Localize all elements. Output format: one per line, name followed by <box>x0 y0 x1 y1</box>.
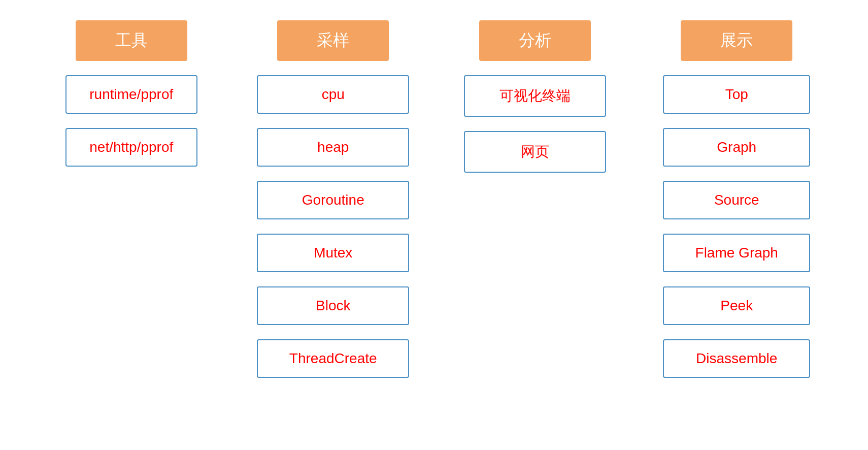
item-col-sampling-1[interactable]: heap <box>257 128 409 167</box>
item-col-display-3[interactable]: Flame Graph <box>663 234 810 272</box>
column-col-tools: 工具runtime/pprofnet/http/pprof <box>30 20 232 378</box>
item-col-tools-0[interactable]: runtime/pprof <box>65 75 197 114</box>
main-layout: 工具runtime/pprofnet/http/pprof采样cpuheapGo… <box>30 20 838 378</box>
item-col-sampling-2[interactable]: Goroutine <box>257 181 409 219</box>
item-col-display-0[interactable]: Top <box>663 75 810 114</box>
item-col-display-5[interactable]: Disassemble <box>663 339 810 378</box>
header-col-analysis: 分析 <box>479 20 591 61</box>
item-col-sampling-4[interactable]: Block <box>257 286 409 325</box>
header-col-sampling: 采样 <box>277 20 389 61</box>
header-col-tools: 工具 <box>76 20 187 61</box>
item-col-sampling-0[interactable]: cpu <box>257 75 409 114</box>
item-col-sampling-3[interactable]: Mutex <box>257 234 409 272</box>
item-col-display-1[interactable]: Graph <box>663 128 810 167</box>
item-col-display-2[interactable]: Source <box>663 181 810 219</box>
item-col-analysis-1[interactable]: 网页 <box>464 131 606 173</box>
column-col-analysis: 分析可视化终端网页 <box>434 20 636 378</box>
item-col-analysis-0[interactable]: 可视化终端 <box>464 75 606 117</box>
item-col-tools-1[interactable]: net/http/pprof <box>65 128 197 167</box>
header-col-display: 展示 <box>681 20 792 61</box>
item-col-display-4[interactable]: Peek <box>663 286 810 325</box>
column-col-display: 展示TopGraphSourceFlame GraphPeekDisassemb… <box>636 20 838 378</box>
item-col-sampling-5[interactable]: ThreadCreate <box>257 339 409 378</box>
column-col-sampling: 采样cpuheapGoroutineMutexBlockThreadCreate <box>232 20 435 378</box>
